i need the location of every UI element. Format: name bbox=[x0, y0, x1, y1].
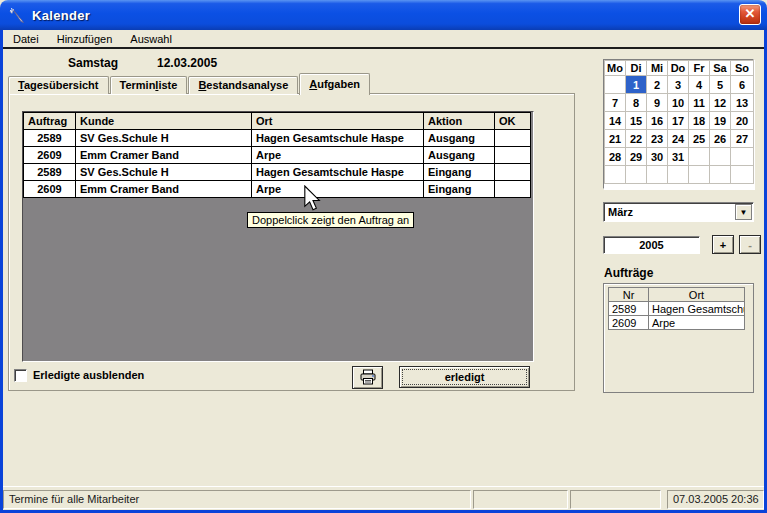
cell[interactable]: 2609 bbox=[609, 316, 649, 330]
hide-done-checkbox[interactable] bbox=[14, 369, 27, 382]
cell[interactable]: 2589 bbox=[24, 164, 76, 181]
cell[interactable]: 8 bbox=[626, 94, 647, 112]
cell[interactable]: Hagen Gesamtschule Haspe bbox=[252, 130, 424, 147]
cell[interactable] bbox=[495, 181, 531, 198]
cell[interactable]: 13 bbox=[731, 94, 754, 112]
cell[interactable] bbox=[626, 166, 647, 184]
tab-aufgaben[interactable]: Aufgaben bbox=[299, 73, 370, 95]
cell[interactable] bbox=[710, 166, 731, 184]
cell[interactable]: 24 bbox=[668, 130, 689, 148]
cell[interactable]: 11 bbox=[689, 94, 710, 112]
cell[interactable]: 5 bbox=[710, 76, 731, 94]
calendar-week-row[interactable]: 28293031 bbox=[605, 148, 754, 166]
cell[interactable]: 21 bbox=[605, 130, 626, 148]
cell[interactable]: 18 bbox=[689, 112, 710, 130]
task-row[interactable]: 2589SV Ges.Schule HHagen Gesamtschule Ha… bbox=[24, 164, 531, 181]
cell[interactable] bbox=[689, 166, 710, 184]
menu-auswahl[interactable]: Auswahl bbox=[128, 32, 174, 46]
table-header-row: NrOrt bbox=[609, 288, 745, 302]
cell[interactable]: Arpe bbox=[649, 316, 745, 330]
cell[interactable]: 14 bbox=[605, 112, 626, 130]
status-bar: Termine für alle Mitarbeiter 07.03.2005 … bbox=[3, 486, 764, 510]
cell[interactable]: 16 bbox=[647, 112, 668, 130]
cell[interactable]: Emm Cramer Band bbox=[76, 181, 252, 198]
tab-terminliste[interactable]: Terminliste bbox=[110, 76, 188, 94]
cell[interactable] bbox=[605, 76, 626, 94]
cell[interactable]: Ausgang bbox=[424, 147, 495, 164]
column-header: Di bbox=[626, 61, 647, 76]
cell[interactable] bbox=[710, 148, 731, 166]
menu-datei[interactable]: Datei bbox=[11, 32, 41, 46]
cell[interactable] bbox=[495, 164, 531, 181]
cell[interactable]: 1 bbox=[626, 76, 647, 94]
tab-bestandsanalyse[interactable]: Bestandsanalyse bbox=[188, 76, 298, 94]
cell[interactable]: 27 bbox=[731, 130, 754, 148]
cell[interactable] bbox=[495, 130, 531, 147]
year-decrement-button[interactable]: - bbox=[739, 235, 761, 254]
cell[interactable]: 10 bbox=[668, 94, 689, 112]
cell[interactable]: 25 bbox=[689, 130, 710, 148]
calendar-week-row[interactable] bbox=[605, 166, 754, 184]
cell[interactable]: 2589 bbox=[609, 302, 649, 316]
cell[interactable] bbox=[495, 147, 531, 164]
cell[interactable] bbox=[731, 166, 754, 184]
task-row[interactable]: 2609Emm Cramer BandArpeEingang bbox=[24, 181, 531, 198]
order-row[interactable]: 2589Hagen Gesamtschule bbox=[609, 302, 745, 316]
title-bar[interactable]: Kalender ✕ bbox=[0, 0, 767, 30]
cell[interactable]: 12 bbox=[710, 94, 731, 112]
cell[interactable]: 3 bbox=[668, 76, 689, 94]
cell[interactable]: 9 bbox=[647, 94, 668, 112]
cell[interactable] bbox=[668, 166, 689, 184]
cell[interactable]: 2609 bbox=[24, 147, 76, 164]
print-button[interactable] bbox=[352, 366, 383, 389]
cell[interactable] bbox=[605, 166, 626, 184]
cell[interactable]: 29 bbox=[626, 148, 647, 166]
cell[interactable]: 2609 bbox=[24, 181, 76, 198]
cell[interactable]: Emm Cramer Band bbox=[76, 147, 252, 164]
cell[interactable]: 2589 bbox=[24, 130, 76, 147]
chevron-down-icon[interactable]: ▼ bbox=[735, 204, 752, 220]
cell[interactable] bbox=[731, 148, 754, 166]
task-row[interactable]: 2609Emm Cramer BandArpeAusgang bbox=[24, 147, 531, 164]
year-increment-button[interactable]: + bbox=[712, 235, 734, 254]
cell[interactable]: Arpe bbox=[252, 147, 424, 164]
task-row[interactable]: 2589SV Ges.Schule HHagen Gesamtschule Ha… bbox=[24, 130, 531, 147]
cell[interactable]: SV Ges.Schule H bbox=[76, 130, 252, 147]
cell[interactable]: 23 bbox=[647, 130, 668, 148]
cell[interactable]: Arpe bbox=[252, 181, 424, 198]
cell[interactable]: 19 bbox=[710, 112, 731, 130]
cell[interactable]: Hagen Gesamtschule Haspe bbox=[252, 164, 424, 181]
done-button[interactable]: erledigt bbox=[399, 366, 530, 388]
status-datetime: 07.03.2005 20:36 bbox=[667, 490, 764, 509]
menu-hinzufuegen[interactable]: Hinzufügen bbox=[55, 32, 115, 46]
cell[interactable]: 20 bbox=[731, 112, 754, 130]
cell[interactable]: 6 bbox=[731, 76, 754, 94]
calendar-week-row[interactable]: 123456 bbox=[605, 76, 754, 94]
cell[interactable]: 31 bbox=[668, 148, 689, 166]
cell[interactable]: 15 bbox=[626, 112, 647, 130]
cell[interactable]: 4 bbox=[689, 76, 710, 94]
order-row[interactable]: 2609Arpe bbox=[609, 316, 745, 330]
close-button[interactable]: ✕ bbox=[739, 4, 761, 25]
cell[interactable]: Eingang bbox=[424, 181, 495, 198]
cell[interactable] bbox=[689, 148, 710, 166]
cell[interactable]: 2 bbox=[647, 76, 668, 94]
calendar-week-row[interactable]: 78910111213 bbox=[605, 94, 754, 112]
cell[interactable]: 30 bbox=[647, 148, 668, 166]
cell[interactable]: Ausgang bbox=[424, 130, 495, 147]
year-input[interactable]: 2005 bbox=[603, 236, 700, 254]
tab-tagesuebersicht[interactable]: Tagesübersicht bbox=[8, 76, 109, 94]
cell[interactable]: Hagen Gesamtschule bbox=[649, 302, 745, 316]
calendar-week-row[interactable]: 21222324252627 bbox=[605, 130, 754, 148]
cell[interactable]: 7 bbox=[605, 94, 626, 112]
cell[interactable]: 28 bbox=[605, 148, 626, 166]
month-select[interactable]: März ▼ bbox=[603, 202, 754, 222]
calendar-week-row[interactable]: 14151617181920 bbox=[605, 112, 754, 130]
cell[interactable] bbox=[647, 166, 668, 184]
cell[interactable]: 17 bbox=[668, 112, 689, 130]
cell[interactable]: 22 bbox=[626, 130, 647, 148]
tasks-table: AuftragKundeOrtAktionOK2589SV Ges.Schule… bbox=[23, 112, 531, 198]
cell[interactable]: SV Ges.Schule H bbox=[76, 164, 252, 181]
cell[interactable]: Eingang bbox=[424, 164, 495, 181]
cell[interactable]: 26 bbox=[710, 130, 731, 148]
